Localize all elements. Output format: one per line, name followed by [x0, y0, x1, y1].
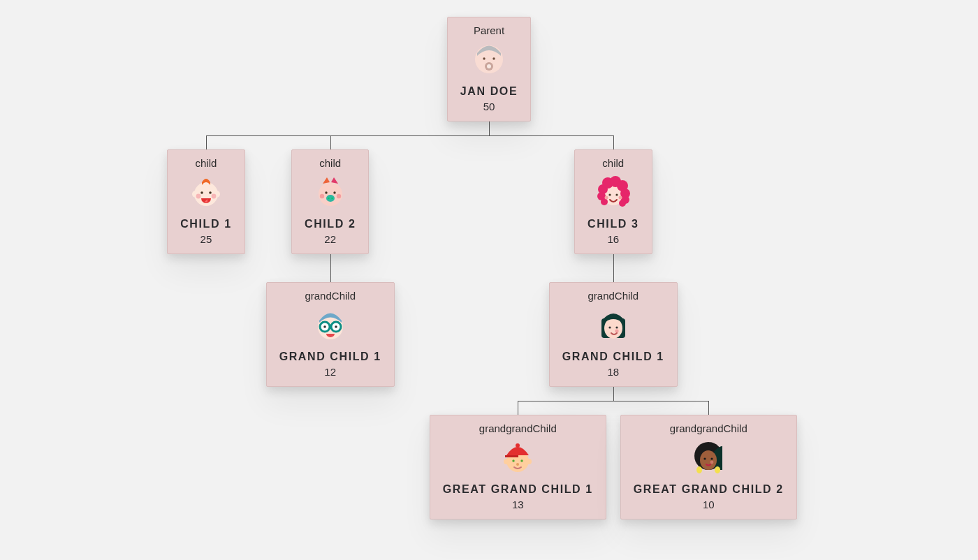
tree-node: grandgrandChild GREAT GRAND CHILD 1 13 [430, 415, 606, 520]
node-age: 13 [443, 499, 593, 510]
node-name: GREAT GRAND CHILD 1 [443, 483, 593, 496]
node-age: 16 [587, 233, 638, 245]
tree-node: grandChild GRAND CHILD 1 18 [549, 282, 678, 387]
node-name: GRAND CHILD 1 [562, 351, 664, 363]
node-role: grandChild [279, 290, 381, 302]
node-name: CHILD 1 [180, 218, 231, 230]
node-age: 25 [180, 233, 231, 245]
elder-avatar-icon [472, 40, 506, 75]
tree-node: child CHILD 3 16 [574, 149, 652, 254]
node-role: grandgrandChild [634, 422, 784, 434]
tree-node: child CHILD 2 22 [291, 149, 369, 254]
node-role: Parent [460, 24, 518, 36]
node-age: 12 [279, 366, 381, 378]
pink-hair-avatar-icon [596, 173, 631, 208]
family-tree: Parent JAN DOE 50 child CHILD 1 25 child [8, 17, 970, 520]
tree-node: child CHILD 1 25 [167, 149, 245, 254]
toddler-avatar-icon [313, 173, 348, 208]
node-age: 50 [460, 101, 518, 112]
node-age: 10 [634, 499, 784, 510]
tree-node-root: Parent JAN DOE 50 [447, 17, 531, 121]
node-name: JAN DOE [460, 85, 518, 98]
node-role: grandChild [562, 290, 664, 302]
baby-avatar-icon [189, 173, 224, 208]
afro-girl-avatar-icon [691, 439, 726, 473]
node-role: grandgrandChild [443, 422, 593, 434]
node-name: CHILD 2 [305, 218, 356, 230]
node-name: CHILD 3 [587, 218, 638, 230]
node-role: child [305, 157, 356, 169]
node-name: GRAND CHILD 1 [279, 351, 381, 363]
node-role: child [587, 157, 638, 169]
tree-node: grandgrandChild GREAT GRAND CHILD 2 10 [620, 415, 797, 520]
node-age: 18 [562, 366, 664, 378]
tree-node: grandChild GRAND CHILD 1 12 [266, 282, 395, 387]
cap-boy-avatar-icon [500, 439, 535, 473]
node-age: 22 [305, 233, 356, 245]
node-name: GREAT GRAND CHILD 2 [634, 483, 784, 496]
green-hair-avatar-icon [596, 306, 631, 341]
glasses-kid-avatar-icon [313, 306, 348, 341]
node-role: child [180, 157, 231, 169]
